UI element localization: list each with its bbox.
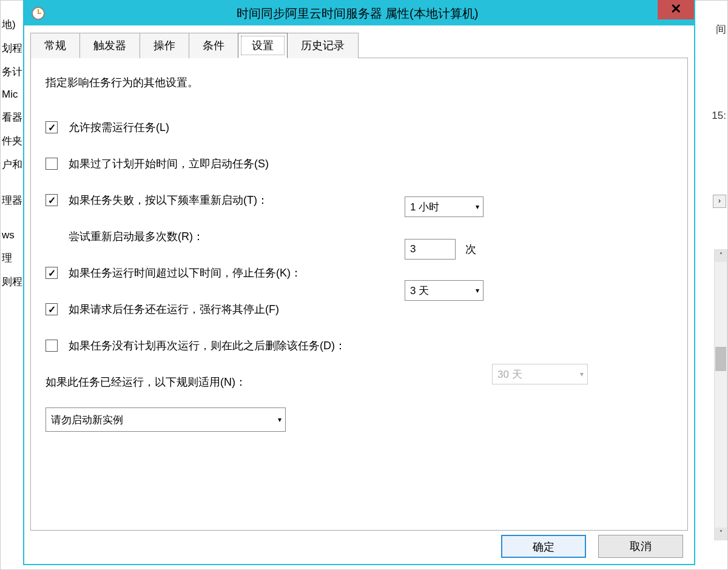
dialog-body: 常规 触发器 操作 条件 设置 历史记录 指定影响任务行为的其他设置。 允许按需… (24, 25, 694, 528)
dialog-footer: 确定 取消 (24, 529, 694, 564)
task-properties-dialog: 时间同步阿里云时间服务器 属性(本地计算机) ✕ 常规 触发器 操作 条件 设置… (23, 0, 695, 565)
dialog-title: 时间同步阿里云时间服务器 属性(本地计算机) (45, 5, 694, 22)
tab-general[interactable]: 常规 (30, 33, 80, 58)
restart-interval-combo[interactable]: 1 小时 ▾ (405, 196, 484, 217)
settings-tab-content: 指定影响任务行为的其他设置。 允许按需运行任务(L) 如果过了计划开始时间，立即… (30, 58, 688, 531)
ok-button[interactable]: 确定 (501, 535, 586, 558)
tab-conditions[interactable]: 条件 (189, 33, 238, 58)
titlebar[interactable]: 时间同步阿里云时间服务器 属性(本地计算机) ✕ (24, 1, 694, 25)
restart-attempts-label: 尝试重新启动最多次数(R)： (69, 229, 204, 244)
rule-value: 请勿启动新实例 (51, 413, 123, 427)
restart-attempts-input[interactable] (405, 239, 456, 260)
bg-item: 理 (1, 246, 24, 270)
bg-item: 理器 (1, 189, 24, 212)
allow-on-demand-checkbox[interactable] (46, 121, 58, 133)
bg-scrollbar[interactable]: ˄ ˅ (714, 249, 727, 540)
clock-icon (32, 7, 45, 20)
bg-item: Mic (1, 84, 24, 106)
scrollbar-down-icon[interactable]: ˅ (715, 528, 727, 540)
force-stop-checkbox[interactable] (46, 303, 58, 315)
bg-right-text: 间 (716, 22, 726, 36)
chevron-down-icon: ▾ (476, 286, 479, 295)
force-stop-row: 如果请求后任务还在运行，强行将其停止(F) (46, 302, 673, 317)
delete-if-not-scheduled-label: 如果任务没有计划再次运行，则在此之后删除该任务(D)： (69, 338, 346, 353)
force-stop-label: 如果请求后任务还在运行，强行将其停止(F) (69, 302, 279, 317)
delete-if-not-scheduled-checkbox[interactable] (46, 340, 58, 352)
stop-duration-value: 3 天 (410, 284, 429, 298)
tab-triggers[interactable]: 触发器 (79, 33, 140, 58)
stop-if-long-label: 如果任务运行时间超过以下时间，停止任务(K)： (69, 266, 302, 280)
scroll-right-button[interactable]: › (713, 195, 726, 208)
tabs-container: 常规 触发器 操作 条件 设置 历史记录 (30, 33, 688, 58)
bg-item: 务计 (1, 60, 24, 84)
bg-item: 看器 (1, 106, 24, 129)
restart-on-fail-row: 如果任务失败，按以下频率重新启动(T)： (46, 193, 673, 207)
bg-item: 划程 (1, 36, 24, 60)
stop-if-long-checkbox[interactable] (46, 267, 58, 279)
restart-on-fail-label: 如果任务失败，按以下频率重新启动(T)： (69, 193, 268, 207)
settings-description: 指定影响任务行为的其他设置。 (46, 75, 673, 90)
bg-item: 则程序 (1, 270, 24, 293)
scrollbar-up-icon[interactable]: ˄ (715, 250, 727, 262)
restart-interval-value: 1 小时 (410, 200, 439, 214)
bg-item: ws (1, 224, 24, 246)
chevron-down-icon: ▾ (278, 415, 281, 424)
bg-item: 地) (1, 13, 24, 36)
restart-attempts-suffix: 次 (465, 242, 476, 256)
restart-attempts-row: 尝试重新启动最多次数(R)： (69, 229, 673, 244)
restart-attempts-control: 次 (405, 239, 476, 260)
tab-actions[interactable]: 操作 (140, 33, 189, 58)
bg-item: 户和 (1, 153, 24, 176)
start-when-missed-checkbox[interactable] (46, 158, 58, 170)
bg-left-panel: 地) 划程 务计 Mic 看器 件夹 户和 理器 ws 理 则程序 (1, 13, 24, 293)
scrollbar-thumb[interactable] (715, 347, 726, 371)
tab-history[interactable]: 历史记录 (287, 33, 359, 58)
delete-if-not-scheduled-row: 如果任务没有计划再次运行，则在此之后删除该任务(D)： (46, 338, 673, 353)
start-when-missed-row: 如果过了计划开始时间，立即启动任务(S) (46, 156, 673, 171)
chevron-down-icon: ▾ (580, 370, 584, 378)
bg-right-text: 15: (712, 110, 726, 122)
delete-duration-combo: 30 天 ▾ (492, 364, 588, 384)
stop-duration-combo[interactable]: 3 天 ▾ (405, 280, 484, 301)
close-button[interactable]: ✕ (658, 0, 694, 19)
delete-duration-value: 30 天 (497, 367, 522, 381)
start-when-missed-label: 如果过了计划开始时间，立即启动任务(S) (69, 156, 269, 171)
stop-if-long-row: 如果任务运行时间超过以下时间，停止任务(K)： (46, 266, 673, 280)
cancel-button[interactable]: 取消 (598, 535, 683, 558)
chevron-down-icon: ▾ (476, 203, 479, 211)
allow-on-demand-row: 允许按需运行任务(L) (46, 120, 673, 135)
tab-settings[interactable]: 设置 (238, 33, 288, 58)
allow-on-demand-label: 允许按需运行任务(L) (69, 120, 169, 135)
rule-combo[interactable]: 请勿启动新实例 ▾ (46, 407, 286, 432)
bg-item: 件夹 (1, 129, 24, 153)
restart-on-fail-checkbox[interactable] (46, 194, 58, 206)
